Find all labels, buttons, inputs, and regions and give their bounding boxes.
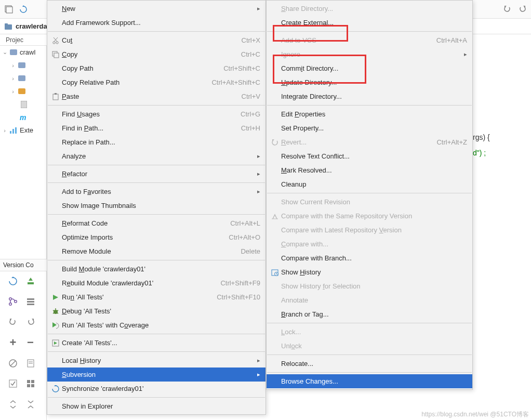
menu-rebuild-module[interactable]: Rebuild Module 'crawlerday01'Ctrl+Shift+… [47, 276, 266, 290]
menu-resolve-text-conflict[interactable]: Resolve Text Conflict... [267, 149, 472, 163]
folder-icon [18, 61, 26, 70]
menu-update-directory[interactable]: Update Directory... [267, 75, 472, 89]
menu-refactor[interactable]: Refactor▸ [47, 167, 266, 181]
redo-icon[interactable] [517, 5, 527, 14]
tree-root[interactable]: ⌄ crawl [0, 46, 46, 59]
tree-node[interactable]: › [0, 59, 46, 72]
menu-separator [48, 105, 265, 106]
menu-mark-resolved[interactable]: Mark Resolved... [267, 163, 472, 177]
branch-icon[interactable] [7, 296, 19, 307]
menu-separator [48, 182, 265, 183]
menu-analyze[interactable]: Analyze▸ [47, 149, 266, 163]
folder-icon [4, 22, 12, 31]
menu-commit-directory[interactable]: Commit Directory... [267, 61, 472, 75]
bars-icon [9, 126, 18, 135]
tree-node[interactable]: › [0, 85, 46, 98]
menu-copy-relative-path[interactable]: Copy Relative PathCtrl+Alt+Shift+C [47, 75, 266, 89]
menu-show-history-selection: Show History for Selection [267, 279, 472, 293]
menu-subversion[interactable]: Subversion▸ [47, 368, 266, 382]
menu-paste[interactable]: PasteCtrl+V [47, 89, 266, 103]
context-menu-subversion: Share Directory... Create External... Ad… [266, 0, 473, 390]
menu-optimize-imports[interactable]: Optimize ImportsCtrl+Alt+O [47, 230, 266, 244]
menu-copy-path[interactable]: Copy PathCtrl+Shift+C [47, 61, 266, 75]
menu-add-framework[interactable]: Add Framework Support... [47, 16, 266, 30]
tree-ext-libs[interactable]: › Exte [0, 124, 46, 137]
upload-icon[interactable] [25, 275, 36, 287]
ignore-icon[interactable] [7, 358, 19, 369]
menu-build-module[interactable]: Build Module 'crawlerday01' [47, 262, 266, 276]
menu-add-to-favorites[interactable]: Add to Favorites▸ [47, 185, 266, 199]
add-icon[interactable]: + [7, 337, 19, 348]
svg-point-7 [9, 303, 12, 306]
menu-show-explorer[interactable]: Show in Explorer [47, 399, 266, 413]
group-icon[interactable] [25, 378, 36, 389]
expand-icon[interactable]: › [10, 75, 16, 82]
svg-rect-11 [27, 304, 34, 305]
save-all-icon[interactable] [4, 5, 14, 14]
menu-relocate[interactable]: Relocate... [267, 357, 472, 371]
check-icon[interactable] [7, 378, 19, 389]
menu-reformat[interactable]: Reformat CodeCtrl+Alt+L [47, 216, 266, 230]
menu-create-external[interactable]: Create External... [267, 16, 472, 30]
menu-run[interactable]: Run 'All Tests'Ctrl+Shift+F10 [47, 290, 266, 304]
code-frag-d: d") ; [473, 149, 486, 157]
menu-show-thumbnails[interactable]: Show Image Thumbnails [47, 199, 266, 213]
shelf-icon[interactable] [25, 296, 36, 307]
menu-replace-in-path[interactable]: Replace in Path... [47, 135, 266, 149]
menu-show-current-revision: Show Current Revision [267, 195, 472, 209]
remove-icon[interactable]: − [25, 337, 36, 348]
expand-icon[interactable]: › [10, 62, 16, 69]
svg-line-13 [10, 361, 16, 366]
menu-copy[interactable]: CopyCtrl+C [47, 47, 266, 61]
menu-run-coverage[interactable]: Run 'All Tests' with Coverage [47, 318, 266, 332]
menu-separator [48, 397, 265, 398]
menu-browse-changes[interactable]: Browse Changes... [267, 374, 472, 388]
undo-icon[interactable] [7, 317, 19, 328]
watermark: https://blog.csdn.net/wei @51CTO博客 [421, 410, 529, 419]
undo-icon[interactable] [503, 5, 512, 14]
expand-icon[interactable]: ⌄ [2, 49, 7, 56]
menu-create-tests[interactable]: Create 'All Tests'... [47, 336, 266, 350]
menu-new[interactable]: New▸ [47, 2, 266, 16]
tree-node[interactable] [0, 98, 46, 111]
svg-rect-5 [28, 282, 34, 284]
breadcrumb-project[interactable]: crawlerda [16, 22, 47, 30]
history-icon [269, 269, 281, 276]
sync-icon[interactable] [7, 275, 19, 287]
menu-separator [267, 31, 472, 32]
tree-node[interactable]: › [0, 72, 46, 85]
expand-icon[interactable]: › [10, 88, 16, 95]
menu-show-history[interactable]: Show History [267, 265, 472, 279]
submenu-arrow-icon: ▸ [257, 170, 260, 177]
menu-debug[interactable]: Debug 'All Tests' [47, 304, 266, 318]
svg-rect-21 [31, 384, 34, 387]
expand-icon[interactable]: › [2, 127, 7, 134]
menu-remove-module[interactable]: Remove ModuleDelete [47, 244, 266, 258]
menu-lock: Lock... [267, 325, 472, 339]
menu-cleanup[interactable]: Cleanup [267, 177, 472, 191]
menu-integrate-directory[interactable]: Integrate Directory... [267, 89, 472, 103]
svg-rect-3 [5, 23, 8, 25]
menu-find-usages[interactable]: Find UsagesCtrl+G [47, 107, 266, 121]
menu-find-in-path[interactable]: Find in Path...Ctrl+H [47, 121, 266, 135]
patch-icon[interactable] [25, 358, 36, 369]
tree-node[interactable]: m [0, 111, 46, 124]
menu-local-history[interactable]: Local History▸ [47, 353, 266, 368]
menu-compare-branch[interactable]: Compare with Branch... [267, 251, 472, 265]
menu-cut[interactable]: CutCtrl+X [47, 33, 266, 47]
svg-rect-29 [55, 93, 57, 95]
tab-project[interactable]: Projec [3, 35, 26, 45]
redo-icon[interactable] [25, 317, 36, 328]
refresh-icon[interactable] [19, 5, 28, 14]
menu-branch-or-tag[interactable]: Branch or Tag... [267, 307, 472, 321]
menu-edit-properties[interactable]: Edit Properties [267, 107, 472, 121]
svg-point-6 [9, 298, 12, 300]
svg-rect-1 [6, 7, 12, 13]
vcs-side-toolbar: + − [0, 271, 47, 420]
menu-synchronize[interactable]: Synchronize 'crawlerday01' [47, 382, 266, 396]
menu-compare-same-repo: Compare with the Same Repository Version [267, 209, 472, 223]
menu-set-property[interactable]: Set Property... [267, 121, 472, 135]
version-control-panel-header[interactable]: Version Co [0, 259, 47, 271]
expand-all-icon[interactable] [7, 399, 19, 410]
collapse-all-icon[interactable] [25, 399, 36, 410]
